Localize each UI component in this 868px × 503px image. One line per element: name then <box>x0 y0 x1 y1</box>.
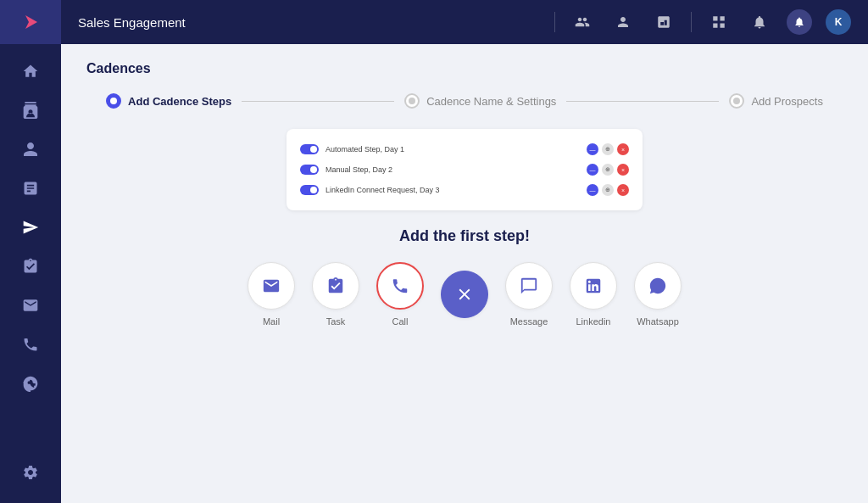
page-title: Cadences <box>86 61 843 76</box>
step-option-call[interactable]: Call <box>376 262 424 327</box>
step-3: Add Prospects <box>729 93 823 109</box>
step-option-mail[interactable]: Mail <box>248 262 295 327</box>
sidebar-item-integrations[interactable] <box>14 366 47 400</box>
topbar-person-icon[interactable] <box>609 8 637 36</box>
step-option-linkedin-btn[interactable] <box>570 262 617 310</box>
preview-copy-1[interactable]: ⊕ <box>602 143 614 155</box>
preview-label-1: Automated Step, Day 1 <box>326 145 580 154</box>
svg-marker-0 <box>25 15 37 29</box>
step-option-mail-btn[interactable] <box>248 262 295 310</box>
mail-option-icon <box>262 277 281 295</box>
preview-edit-1[interactable]: — <box>587 143 598 155</box>
step-2-circle <box>404 93 420 109</box>
step-option-linkedin[interactable]: Linkedin <box>570 262 617 327</box>
notification-icon <box>793 16 805 28</box>
step-2-label: Cadence Name & Settings <box>426 95 556 108</box>
analytics-icon <box>656 14 671 30</box>
close-option-icon <box>455 285 474 304</box>
add-first-step-section: Add the first step! Mail Task <box>86 227 843 327</box>
step-line-1 <box>242 101 394 102</box>
sidebar-item-mail[interactable] <box>14 288 47 322</box>
step-3-dot <box>733 98 740 104</box>
sidebar-item-settings[interactable] <box>14 455 47 489</box>
contacts-icon <box>22 102 39 119</box>
preview-row-2: Manual Step, Day 2 — ⊕ × <box>300 159 629 180</box>
phone-icon <box>22 336 39 353</box>
linkedin-option-label: Linkedin <box>576 316 611 327</box>
grid-icon <box>711 14 726 30</box>
step-option-close-btn[interactable] <box>441 271 488 318</box>
preview-actions-3: — ⊕ × <box>587 184 629 196</box>
preview-edit-2[interactable]: — <box>587 164 598 176</box>
preview-delete-2[interactable]: × <box>617 164 629 176</box>
topbar: Sales Engagement <box>61 0 868 44</box>
sidebar-item-reports[interactable] <box>14 171 47 205</box>
step-option-call-btn[interactable] <box>376 262 424 310</box>
step-3-label: Add Prospects <box>751 95 823 108</box>
topbar-divider <box>554 12 555 32</box>
step-line-2 <box>566 101 719 102</box>
preview-copy-3[interactable]: ⊕ <box>602 184 614 196</box>
sidebar-item-tasks[interactable] <box>14 249 47 283</box>
whatsapp-option-label: Whatsapp <box>637 316 679 327</box>
topbar-analytics-icon[interactable] <box>650 8 677 36</box>
main-wrapper: Sales Engagement <box>61 0 868 503</box>
preview-actions-1: — ⊕ × <box>587 143 629 155</box>
preview-toggle-3[interactable] <box>300 185 319 195</box>
sidebar-item-calls[interactable] <box>14 327 47 361</box>
message-option-label: Message <box>510 316 548 327</box>
task-option-label: Task <box>326 316 346 327</box>
step-option-message[interactable]: Message <box>505 262 553 327</box>
sidebar-nav <box>14 44 47 455</box>
preview-label-2: Manual Step, Day 2 <box>326 165 580 174</box>
topbar-user-avatar[interactable]: K <box>826 9 851 35</box>
step-2-dot <box>409 98 415 104</box>
step-option-whatsapp-btn[interactable] <box>634 262 682 310</box>
topbar-bell-icon[interactable] <box>746 8 773 36</box>
step-option-task-btn[interactable] <box>312 262 359 310</box>
reports-icon <box>22 180 39 197</box>
preview-toggle-1[interactable] <box>300 144 319 154</box>
sidebar-item-send[interactable] <box>14 210 47 244</box>
main-content: Cadences Add Cadence Steps Cadence Name … <box>61 44 868 503</box>
preview-delete-3[interactable]: × <box>617 184 629 196</box>
step-option-whatsapp[interactable]: Whatsapp <box>634 262 682 327</box>
preview-label-3: LinkedIn Connect Request, Day 3 <box>326 186 580 194</box>
call-option-icon <box>391 277 409 295</box>
topbar-bell-avatar[interactable] <box>787 9 812 35</box>
step-3-circle <box>729 93 744 109</box>
add-first-step-heading: Add the first step! <box>86 227 843 245</box>
preview-delete-1[interactable]: × <box>617 143 629 155</box>
topbar-title: Sales Engagement <box>78 15 554 30</box>
preview-edit-3[interactable]: — <box>587 184 598 196</box>
sidebar-logo[interactable] <box>0 0 61 44</box>
step-2: Cadence Name & Settings <box>404 93 556 109</box>
step-option-task[interactable]: Task <box>312 262 359 327</box>
step-1: Add Cadence Steps <box>106 93 231 109</box>
task-option-icon <box>326 277 345 295</box>
topbar-person-svg-icon <box>615 14 631 30</box>
mail-option-label: Mail <box>263 316 280 327</box>
users-icon <box>575 14 590 30</box>
preview-toggle-2[interactable] <box>300 165 319 175</box>
send-icon <box>22 219 39 236</box>
step-option-message-btn[interactable] <box>505 262 553 310</box>
mail-icon <box>22 297 39 314</box>
step-options: Mail Task Call <box>86 262 843 327</box>
message-option-icon <box>520 277 538 295</box>
step-option-close[interactable] <box>441 271 488 318</box>
sidebar <box>0 0 61 503</box>
sidebar-item-home[interactable] <box>14 54 47 88</box>
preview-row-3: LinkedIn Connect Request, Day 3 — ⊕ × <box>300 180 629 200</box>
tasks-icon <box>22 258 39 275</box>
sidebar-item-person[interactable] <box>14 132 47 166</box>
step-1-dot <box>110 98 117 104</box>
call-option-label: Call <box>392 316 409 327</box>
topbar-grid-icon[interactable] <box>705 8 732 36</box>
sidebar-item-contacts[interactable] <box>14 93 47 127</box>
preview-copy-2[interactable]: ⊕ <box>602 164 614 176</box>
integrations-icon <box>22 375 39 392</box>
step-1-label: Add Cadence Steps <box>128 95 231 108</box>
topbar-users-icon[interactable] <box>569 8 596 36</box>
home-icon <box>22 63 39 80</box>
